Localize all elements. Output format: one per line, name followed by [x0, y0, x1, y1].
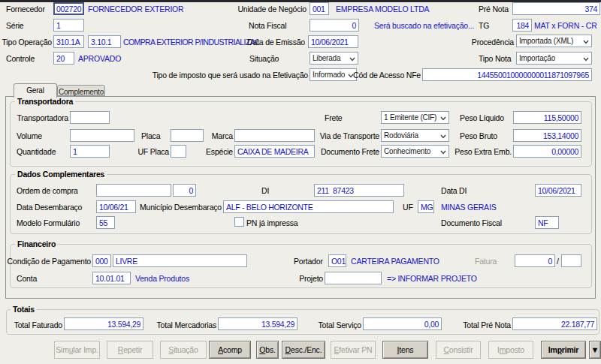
uf-placa-field[interactable] [171, 145, 186, 158]
modelo-formulario-label: Modelo Formulário [17, 218, 80, 227]
documento-frete-dropdown[interactable]: Conhecimento [381, 145, 449, 158]
uf-desc: MINAS GERAIS [441, 203, 496, 212]
fatura-parcela-field[interactable] [561, 254, 581, 267]
cod-acesso-field[interactable]: 144550010000000011871097965 [422, 68, 592, 81]
condicao-pagamento-code-field[interactable]: 000 [92, 254, 111, 267]
tipo-nota-label: Tipo Nota [479, 54, 511, 63]
tg-desc: MAT x FORN - CR [534, 21, 597, 30]
total-pre-nota-label: Total Pré Nota [463, 320, 511, 329]
peso-liquido-field[interactable]: 115,50000 [513, 111, 581, 124]
tipo-nota-dropdown[interactable]: Importação [516, 52, 592, 65]
projeto-label: Projeto [299, 274, 323, 283]
total-mercadorias-label: Total Mercadorias [157, 320, 216, 329]
tipo-operacao-label: Tipo Operação [2, 38, 52, 47]
volume-field[interactable] [70, 129, 134, 142]
conta-field[interactable]: 10.01.01 [92, 272, 131, 284]
peso-extra-field[interactable]: 0,00000 [513, 145, 581, 158]
peso-bruto-field[interactable]: 153,14000 [513, 129, 581, 142]
marca-label: Marca [212, 131, 233, 140]
peso-liquido-label: Peso Líquido [460, 113, 504, 122]
total-faturado-field[interactable]: 13.594,29 [64, 317, 143, 330]
fornecedor-label: Fornecedor [6, 5, 45, 14]
marca-field[interactable] [234, 129, 315, 142]
situacao-label: Situação [249, 54, 279, 63]
conta-desc: Venda Produtos [135, 274, 189, 283]
fornecedor-code-field[interactable]: 002720 [53, 2, 84, 15]
ordem-compra-num-field[interactable]: 0 [173, 184, 196, 197]
modelo-formulario-field[interactable]: 55 [96, 216, 115, 229]
quantidade-label: Quantidade [17, 147, 56, 156]
tipo-operacao-code-field[interactable]: 310.1A [53, 35, 84, 48]
imposto-button[interactable]: Imposto [488, 341, 533, 359]
documento-fiscal-field[interactable]: NF [535, 216, 559, 229]
situacao-button[interactable]: Situação [160, 341, 207, 359]
fatura-field[interactable]: 0 [515, 254, 555, 267]
total-servico-label: Total Serviço [318, 320, 361, 329]
transportadora-field[interactable] [70, 111, 110, 124]
portador-desc: CARTEIRA PAGAMENTO [351, 257, 439, 266]
consistir-button[interactable]: Consistir [436, 341, 481, 359]
dropdown-arrow-icon: ▼ [591, 345, 599, 354]
tab-complemento[interactable]: Complemento [57, 85, 105, 96]
tg-label: TG [479, 21, 489, 30]
tipo-imposto-label: Tipo de imposto que será usado na Efetiv… [153, 71, 308, 80]
nota-fiscal-hint: Será buscado na efetivação... [374, 21, 474, 30]
desc-enc-button[interactable]: Desc./Enc. [282, 341, 325, 359]
frete-dropdown[interactable]: 1 Emitente (CIF) [381, 111, 449, 124]
uf-field[interactable]: MG [418, 200, 434, 213]
di-label: DI [261, 186, 269, 195]
data-desembaraco-field[interactable]: 10/06/21 [96, 200, 136, 213]
repetir-button[interactable]: Repetir [107, 341, 153, 359]
data-di-field[interactable]: 10/06/2021 [535, 184, 581, 197]
municipio-desembaraco-field[interactable]: ALF - BELO HORIZONTE [223, 200, 394, 213]
chevron-down-icon [349, 57, 355, 62]
total-servico-field[interactable]: 0,00 [363, 317, 442, 330]
pn-impressa-checkbox[interactable] [234, 217, 244, 227]
portador-code-field[interactable]: O01 [328, 254, 346, 267]
tipo-operacao-code2-field[interactable]: 3.10.1 [88, 35, 121, 48]
placa-field[interactable] [171, 129, 204, 142]
situacao-dropdown[interactable]: Liberada [310, 52, 358, 65]
uf-placa-label: UF Placa [137, 147, 169, 156]
total-mercadorias-field[interactable]: 13.594,29 [218, 317, 297, 330]
fatura-separator: / [557, 257, 559, 266]
ordem-compra-field[interactable] [96, 184, 171, 197]
simular-imp-button[interactable]: Simular Imp. [54, 341, 100, 359]
total-pre-nota-field[interactable]: 22.187,77 [512, 317, 597, 330]
tg-field[interactable]: 184 [512, 19, 532, 32]
fornecedor-desc: FORNECEDOR EXTERIOR [88, 5, 183, 14]
condicao-pagamento-desc-field[interactable]: LIVRE [113, 254, 247, 267]
pre-nota-field[interactable]: 374 [512, 2, 600, 15]
tipo-imposto-dropdown[interactable]: Informado [310, 68, 357, 81]
data-emissao-field[interactable]: 10/06/2021 [308, 35, 358, 48]
controle-field[interactable]: 20 [53, 52, 74, 65]
via-transporte-label: Via de Transporte [320, 131, 379, 140]
nota-fiscal-field[interactable]: 0 [310, 19, 359, 32]
imprimir-button[interactable]: Imprimir [541, 341, 586, 359]
projeto-hint: => INFORMAR PROJETO [387, 274, 477, 283]
obs-button[interactable]: Obs. [256, 341, 279, 359]
portador-label: Portador [294, 257, 323, 266]
condicao-pagamento-label: Condição de Pagamento [8, 257, 91, 266]
uf-label: UF [403, 203, 413, 212]
tab-geral[interactable]: Geral [14, 83, 57, 98]
data-emissao-label: Data de Emissão [247, 38, 305, 47]
chevron-down-icon [583, 40, 589, 44]
itens-button[interactable]: Itens [382, 341, 428, 359]
especie-field[interactable]: CAIXA DE MADEIRA [234, 145, 315, 158]
acomp-button[interactable]: Acomp [209, 341, 251, 359]
imprimir-dropdown-button[interactable]: ▼ [589, 341, 601, 359]
unidade-negocio-code-field[interactable]: 001 [310, 2, 329, 15]
volume-label: Volume [17, 131, 42, 140]
placa-label: Placa [141, 131, 160, 140]
projeto-field[interactable] [325, 272, 382, 284]
procedencia-dropdown[interactable]: Importada (XML) [516, 35, 592, 47]
serie-field[interactable]: 1 [53, 19, 84, 32]
di-field[interactable]: 211 87423 [314, 184, 404, 197]
quantidade-field[interactable]: 1 [70, 145, 110, 158]
data-di-label: Data DI [441, 186, 467, 195]
chevron-down-icon [440, 150, 446, 155]
efetivar-pn-button[interactable]: Efetivar PN [331, 341, 376, 359]
via-transporte-dropdown[interactable]: Rodoviária [381, 129, 449, 142]
transportadora-label: Transportadora [17, 113, 68, 122]
